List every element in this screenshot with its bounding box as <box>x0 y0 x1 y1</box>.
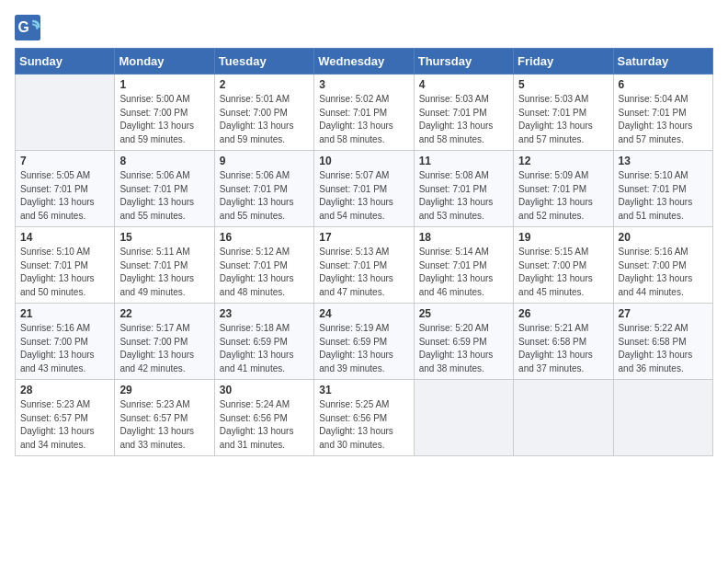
day-number: 2 <box>220 78 309 91</box>
day-info: Sunrise: 5:13 AMSunset: 7:01 PMDaylight:… <box>319 246 408 299</box>
day-number: 7 <box>20 155 109 167</box>
weekday-header-cell: Wednesday <box>314 49 414 75</box>
day-info: Sunrise: 5:03 AMSunset: 7:01 PMDaylight:… <box>518 93 608 146</box>
day-info: Sunrise: 5:01 AMSunset: 7:00 PMDaylight:… <box>220 93 309 146</box>
day-number: 10 <box>319 155 408 167</box>
logo-icon: G <box>15 15 40 40</box>
calendar-cell: 4Sunrise: 5:03 AMSunset: 7:01 PMDaylight… <box>414 75 513 151</box>
day-number: 6 <box>619 78 708 91</box>
day-info: Sunrise: 5:11 AMSunset: 7:01 PMDaylight:… <box>119 246 209 299</box>
calendar-cell: 19Sunrise: 5:15 AMSunset: 7:00 PMDayligh… <box>514 227 613 304</box>
calendar-cell: 27Sunrise: 5:22 AMSunset: 6:58 PMDayligh… <box>613 304 712 380</box>
day-number: 24 <box>319 307 408 320</box>
day-info: Sunrise: 5:16 AMSunset: 7:00 PMDaylight:… <box>619 246 708 299</box>
calendar-cell: 1Sunrise: 5:00 AMSunset: 7:00 PMDaylight… <box>115 75 214 151</box>
calendar-cell: 10Sunrise: 5:07 AMSunset: 7:01 PMDayligh… <box>314 151 414 227</box>
day-info: Sunrise: 5:19 AMSunset: 6:59 PMDaylight:… <box>319 322 408 375</box>
day-info: Sunrise: 5:23 AMSunset: 6:57 PMDaylight:… <box>20 398 109 452</box>
day-number: 9 <box>220 155 309 167</box>
day-info: Sunrise: 5:17 AMSunset: 7:00 PMDaylight:… <box>119 322 209 375</box>
svg-text:G: G <box>18 19 29 35</box>
day-number: 21 <box>20 307 109 320</box>
day-number: 8 <box>119 155 209 167</box>
day-number: 26 <box>518 307 608 320</box>
day-info: Sunrise: 5:25 AMSunset: 6:56 PMDaylight:… <box>319 398 408 452</box>
day-info: Sunrise: 5:16 AMSunset: 7:00 PMDaylight:… <box>20 322 109 375</box>
weekday-header-row: SundayMondayTuesdayWednesdayThursdayFrid… <box>16 49 713 75</box>
calendar-cell: 18Sunrise: 5:14 AMSunset: 7:01 PMDayligh… <box>414 227 513 304</box>
day-info: Sunrise: 5:06 AMSunset: 7:01 PMDaylight:… <box>119 169 209 223</box>
calendar-table: SundayMondayTuesdayWednesdayThursdayFrid… <box>15 48 713 456</box>
day-info: Sunrise: 5:12 AMSunset: 7:01 PMDaylight:… <box>220 246 309 299</box>
day-number: 27 <box>619 307 708 320</box>
calendar-cell: 3Sunrise: 5:02 AMSunset: 7:01 PMDaylight… <box>314 75 414 151</box>
calendar-cell: 28Sunrise: 5:23 AMSunset: 6:57 PMDayligh… <box>16 380 115 456</box>
day-number: 19 <box>518 231 608 244</box>
calendar-week-row: 28Sunrise: 5:23 AMSunset: 6:57 PMDayligh… <box>16 380 713 456</box>
day-info: Sunrise: 5:10 AMSunset: 7:01 PMDaylight:… <box>619 169 708 223</box>
calendar-week-row: 1Sunrise: 5:00 AMSunset: 7:00 PMDaylight… <box>16 75 713 151</box>
calendar-cell: 21Sunrise: 5:16 AMSunset: 7:00 PMDayligh… <box>16 304 115 380</box>
calendar-week-row: 21Sunrise: 5:16 AMSunset: 7:00 PMDayligh… <box>16 304 713 380</box>
day-number: 16 <box>220 231 309 244</box>
weekday-header-cell: Sunday <box>16 49 115 75</box>
calendar-cell: 31Sunrise: 5:25 AMSunset: 6:56 PMDayligh… <box>314 380 414 456</box>
weekday-header-cell: Friday <box>514 49 613 75</box>
calendar-cell <box>414 380 513 456</box>
calendar-body: 1Sunrise: 5:00 AMSunset: 7:00 PMDaylight… <box>16 75 713 456</box>
logo: G <box>15 15 44 40</box>
calendar-cell: 15Sunrise: 5:11 AMSunset: 7:01 PMDayligh… <box>115 227 214 304</box>
calendar-cell: 8Sunrise: 5:06 AMSunset: 7:01 PMDaylight… <box>115 151 214 227</box>
day-info: Sunrise: 5:08 AMSunset: 7:01 PMDaylight:… <box>419 169 508 223</box>
day-number: 1 <box>119 78 209 91</box>
calendar-cell: 17Sunrise: 5:13 AMSunset: 7:01 PMDayligh… <box>314 227 414 304</box>
day-info: Sunrise: 5:05 AMSunset: 7:01 PMDaylight:… <box>20 169 109 223</box>
calendar-cell: 5Sunrise: 5:03 AMSunset: 7:01 PMDaylight… <box>514 75 613 151</box>
calendar-cell: 12Sunrise: 5:09 AMSunset: 7:01 PMDayligh… <box>514 151 613 227</box>
calendar-cell: 23Sunrise: 5:18 AMSunset: 6:59 PMDayligh… <box>214 304 313 380</box>
calendar-cell: 6Sunrise: 5:04 AMSunset: 7:01 PMDaylight… <box>613 75 712 151</box>
day-number: 12 <box>518 155 608 167</box>
calendar-cell <box>16 75 115 151</box>
day-number: 13 <box>619 155 708 167</box>
day-number: 28 <box>20 384 109 396</box>
day-number: 22 <box>119 307 209 320</box>
day-number: 20 <box>619 231 708 244</box>
weekday-header-cell: Thursday <box>414 49 513 75</box>
day-number: 3 <box>319 78 408 91</box>
day-info: Sunrise: 5:23 AMSunset: 6:57 PMDaylight:… <box>119 398 209 452</box>
calendar-cell: 14Sunrise: 5:10 AMSunset: 7:01 PMDayligh… <box>16 227 115 304</box>
day-number: 23 <box>220 307 309 320</box>
calendar-cell: 11Sunrise: 5:08 AMSunset: 7:01 PMDayligh… <box>414 151 513 227</box>
calendar-cell: 7Sunrise: 5:05 AMSunset: 7:01 PMDaylight… <box>16 151 115 227</box>
day-info: Sunrise: 5:22 AMSunset: 6:58 PMDaylight:… <box>619 322 708 375</box>
day-number: 29 <box>119 384 209 396</box>
calendar-cell: 9Sunrise: 5:06 AMSunset: 7:01 PMDaylight… <box>214 151 313 227</box>
calendar-cell: 26Sunrise: 5:21 AMSunset: 6:58 PMDayligh… <box>514 304 613 380</box>
weekday-header-cell: Monday <box>115 49 214 75</box>
day-info: Sunrise: 5:21 AMSunset: 6:58 PMDaylight:… <box>518 322 608 375</box>
day-number: 17 <box>319 231 408 244</box>
header: G <box>15 15 713 40</box>
day-info: Sunrise: 5:06 AMSunset: 7:01 PMDaylight:… <box>220 169 309 223</box>
day-info: Sunrise: 5:24 AMSunset: 6:56 PMDaylight:… <box>220 398 309 452</box>
day-info: Sunrise: 5:09 AMSunset: 7:01 PMDaylight:… <box>518 169 608 223</box>
calendar-cell <box>514 380 613 456</box>
day-info: Sunrise: 5:15 AMSunset: 7:00 PMDaylight:… <box>518 246 608 299</box>
calendar-cell <box>613 380 712 456</box>
day-info: Sunrise: 5:00 AMSunset: 7:00 PMDaylight:… <box>119 93 209 146</box>
weekday-header-cell: Saturday <box>613 49 712 75</box>
calendar-cell: 2Sunrise: 5:01 AMSunset: 7:00 PMDaylight… <box>214 75 313 151</box>
day-info: Sunrise: 5:04 AMSunset: 7:01 PMDaylight:… <box>619 93 708 146</box>
day-number: 30 <box>220 384 309 396</box>
day-number: 15 <box>119 231 209 244</box>
day-info: Sunrise: 5:10 AMSunset: 7:01 PMDaylight:… <box>20 246 109 299</box>
day-info: Sunrise: 5:18 AMSunset: 6:59 PMDaylight:… <box>220 322 309 375</box>
calendar-week-row: 7Sunrise: 5:05 AMSunset: 7:01 PMDaylight… <box>16 151 713 227</box>
day-info: Sunrise: 5:03 AMSunset: 7:01 PMDaylight:… <box>419 93 508 146</box>
day-info: Sunrise: 5:20 AMSunset: 6:59 PMDaylight:… <box>419 322 508 375</box>
calendar-cell: 22Sunrise: 5:17 AMSunset: 7:00 PMDayligh… <box>115 304 214 380</box>
day-number: 25 <box>419 307 508 320</box>
day-number: 31 <box>319 384 408 396</box>
calendar-cell: 13Sunrise: 5:10 AMSunset: 7:01 PMDayligh… <box>613 151 712 227</box>
